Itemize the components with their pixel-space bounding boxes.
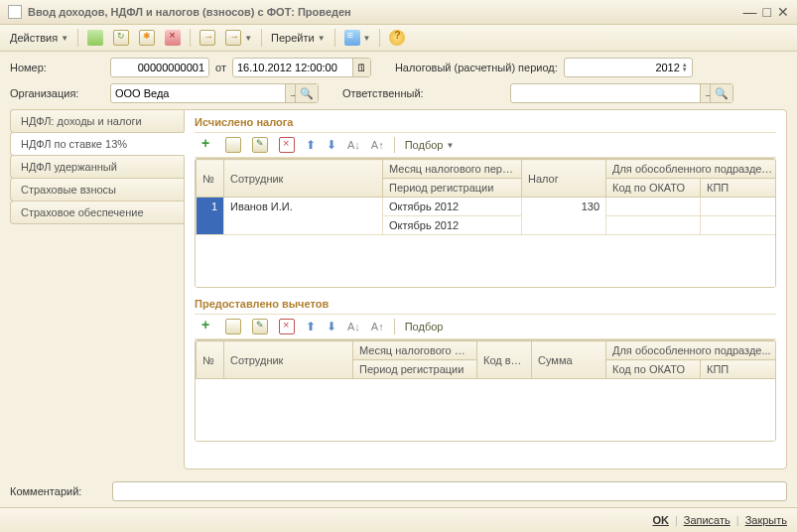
- col-okato[interactable]: Код по ОКАТО: [606, 360, 701, 379]
- col-num[interactable]: №: [197, 341, 224, 379]
- tab-ndfl-13[interactable]: НДФЛ по ставке 13%: [10, 132, 185, 156]
- sort-desc-button[interactable]: A↑: [367, 137, 388, 153]
- comment-field[interactable]: [112, 481, 787, 501]
- selection-button[interactable]: Подбор: [401, 319, 448, 334]
- tax-period-input[interactable]: [569, 62, 680, 73]
- cell-okato[interactable]: [606, 198, 701, 216]
- col-tax[interactable]: Налог: [522, 160, 606, 198]
- resp-field[interactable]: ... 🔍: [510, 83, 733, 103]
- tab-income-taxes[interactable]: НДФЛ: доходы и налоги: [10, 109, 184, 133]
- col-kpp[interactable]: КПП: [701, 179, 777, 198]
- titlebar: Ввод доходов, НДФЛ и налогов (взносов) с…: [0, 0, 797, 25]
- move-up-button[interactable]: ⬆: [302, 318, 320, 335]
- list-button[interactable]: ▼: [340, 28, 375, 48]
- maximize-button[interactable]: □: [763, 4, 771, 20]
- col-kpp[interactable]: КПП: [701, 360, 777, 379]
- cell-num[interactable]: 1: [197, 198, 224, 235]
- separator: [379, 29, 380, 47]
- grid-blank-area: [196, 379, 775, 441]
- separator: [190, 29, 191, 47]
- col-subdiv[interactable]: Для обособленного подразде...: [606, 341, 777, 360]
- date-input[interactable]: [237, 62, 352, 73]
- number-input[interactable]: [115, 62, 204, 73]
- col-employee[interactable]: Сотрудник: [224, 160, 383, 198]
- refresh-button[interactable]: [109, 28, 133, 48]
- col-period[interactable]: Период регистрации: [353, 360, 477, 379]
- date-field[interactable]: 🗓: [232, 58, 371, 77]
- tab-ndfl-withheld[interactable]: НДФЛ удержанный: [10, 155, 184, 179]
- move-up-button[interactable]: ⬆: [302, 136, 320, 154]
- post-button[interactable]: [196, 28, 219, 48]
- cell-period[interactable]: Октябрь 2012: [383, 216, 522, 235]
- post-icon: [87, 30, 103, 46]
- minimize-button[interactable]: —: [743, 4, 757, 20]
- copy-icon: [225, 137, 241, 153]
- comment-input[interactable]: [117, 485, 782, 497]
- list-icon: [344, 30, 360, 46]
- sort-asc-button[interactable]: A↓: [343, 137, 364, 153]
- number-field[interactable]: [110, 58, 209, 77]
- chevron-down-icon: ▼: [318, 34, 326, 43]
- actions-label: Действия: [10, 32, 58, 44]
- tab-insurance[interactable]: Страховые взносы: [10, 178, 184, 201]
- add-row-button[interactable]: [195, 135, 218, 155]
- grid-blank-area: [196, 235, 775, 287]
- col-num[interactable]: №: [197, 160, 224, 198]
- unpost-button[interactable]: ▼: [221, 28, 256, 48]
- col-subdiv[interactable]: Для обособленного подразделения: [606, 160, 777, 179]
- help-button[interactable]: [385, 28, 409, 48]
- new-doc-button[interactable]: [135, 28, 159, 48]
- org-field[interactable]: ... 🔍: [110, 83, 319, 103]
- col-period[interactable]: Период регистрации: [383, 179, 522, 198]
- cell-month[interactable]: Октябрь 2012: [383, 198, 522, 216]
- goto-menu[interactable]: Перейти ▼: [267, 30, 330, 46]
- remove-row-button[interactable]: [275, 135, 299, 155]
- actions-menu[interactable]: Действия ▼: [6, 30, 72, 46]
- copy-row-button[interactable]: [221, 317, 245, 336]
- tab-insurance-coverage[interactable]: Страховое обеспечение: [10, 200, 184, 224]
- copy-icon: [225, 319, 241, 334]
- tax-period-field[interactable]: ▲▼: [564, 58, 693, 77]
- col-okato[interactable]: Код по ОКАТО: [606, 179, 701, 198]
- ok-button[interactable]: OK: [652, 514, 669, 526]
- search-button[interactable]: 🔍: [710, 84, 732, 102]
- col-month[interactable]: Месяц налогового пе...: [353, 341, 477, 360]
- edit-row-button[interactable]: [248, 317, 272, 336]
- move-down-button[interactable]: ⬇: [323, 318, 340, 335]
- spinner[interactable]: ▲▼: [682, 63, 688, 72]
- cell-tax[interactable]: 130: [522, 198, 606, 235]
- tab-label: Страховые взносы: [21, 184, 116, 196]
- edit-row-button[interactable]: [248, 135, 272, 155]
- post-document-button[interactable]: [83, 28, 107, 48]
- number-label: Номер:: [10, 62, 104, 73]
- cell-kpp2[interactable]: [701, 216, 777, 235]
- calendar-button[interactable]: 🗓: [352, 59, 370, 76]
- cell-employee[interactable]: Иванов И.И.: [224, 198, 383, 235]
- org-input[interactable]: [115, 87, 283, 99]
- date-from-label: от: [215, 62, 226, 73]
- header-row-2: Организация: ... 🔍 Ответственный: ... 🔍: [0, 83, 797, 109]
- save-button[interactable]: Записать: [684, 514, 731, 526]
- col-code[interactable]: Код вычета: [477, 341, 532, 379]
- move-down-button[interactable]: ⬇: [323, 136, 340, 154]
- section-deductions-title: Предоставлено вычетов: [195, 298, 776, 310]
- col-month[interactable]: Месяц налогового пери...: [383, 160, 522, 179]
- table-row[interactable]: 1 Иванов И.И. Октябрь 2012 130: [197, 198, 777, 216]
- search-button[interactable]: 🔍: [295, 84, 318, 102]
- cell-okato2[interactable]: [606, 216, 701, 235]
- selection-button[interactable]: Подбор ▼: [401, 137, 459, 153]
- resp-input[interactable]: [515, 87, 698, 99]
- sort-asc-button[interactable]: A↓: [343, 319, 364, 334]
- cell-kpp[interactable]: [701, 198, 777, 216]
- chevron-down-icon: ▼: [446, 141, 454, 150]
- col-employee[interactable]: Сотрудник: [224, 341, 353, 379]
- col-sum[interactable]: Сумма: [532, 341, 606, 379]
- sort-desc-button[interactable]: A↑: [367, 319, 388, 334]
- add-row-button[interactable]: [195, 317, 218, 336]
- remove-row-button[interactable]: [275, 317, 299, 336]
- delete-doc-button[interactable]: [161, 28, 185, 48]
- close-button[interactable]: Закрыть: [745, 514, 787, 526]
- copy-row-button[interactable]: [221, 135, 245, 155]
- selection-label: Подбор: [405, 139, 444, 151]
- close-window-button[interactable]: ✕: [777, 4, 789, 20]
